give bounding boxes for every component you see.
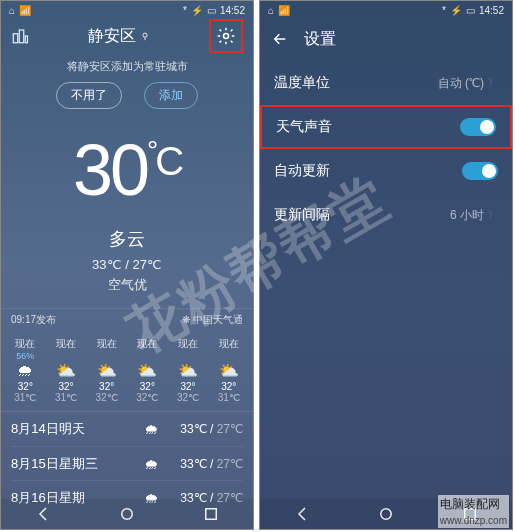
city-list-icon[interactable] (11, 27, 29, 45)
svg-point-3 (143, 33, 147, 37)
svg-rect-1 (19, 30, 24, 43)
toggle-on[interactable] (460, 118, 496, 136)
published-time: 09:17发布 (11, 313, 56, 327)
nav-bar (1, 499, 253, 529)
setting-label: 更新间隔 (274, 206, 330, 224)
svg-point-4 (224, 34, 229, 39)
setting-weather-sound-highlight[interactable]: 天气声音 (260, 105, 512, 149)
settings-screen: ⌂📶 *⚡▭14:52 设置 温度单位 自动 (℃)〉 天气声音 自动更新 更新… (259, 0, 513, 530)
hour-item: 现在⛅32°32℃ (86, 337, 127, 403)
status-bar: ⌂📶 *⚡▭14:52 (260, 1, 512, 19)
location-title[interactable]: 静安区 (88, 26, 150, 47)
temperature-block: 30 ° C 多云 33℃ / 27℃ 空气优 (1, 129, 253, 294)
setting-label: 自动更新 (274, 162, 330, 180)
setting-auto-update[interactable]: 自动更新 (260, 149, 512, 193)
add-city-buttons: 不用了 添加 (1, 82, 253, 109)
hour-item: 现在⛅32°31℃ (208, 337, 249, 403)
chevron-right-icon: 〉 (488, 208, 498, 222)
setting-label: 温度单位 (274, 74, 330, 92)
settings-title: 设置 (304, 29, 336, 50)
svg-rect-6 (206, 509, 217, 520)
svg-rect-0 (13, 34, 18, 43)
settings-topbar: 设置 (260, 19, 512, 59)
chevron-right-icon: 〉 (488, 76, 498, 90)
nav-back-icon[interactable] (34, 505, 52, 523)
svg-point-5 (122, 509, 133, 520)
footer-mark: 电脑装配网www.dnzp.com (438, 495, 509, 528)
high-low: 33℃ / 27℃ (1, 257, 253, 272)
nav-back-icon[interactable] (293, 505, 311, 523)
temperature-value: 30 (73, 129, 147, 211)
back-arrow-icon[interactable] (272, 31, 288, 47)
hour-item: 现在⛅32°32℃ (168, 337, 209, 403)
toggle-on[interactable] (462, 162, 498, 180)
setting-label: 天气声音 (276, 118, 332, 136)
location-pin-icon (140, 30, 150, 42)
top-bar: 静安区 (1, 19, 253, 53)
meta-row: 09:17发布 ❋ 中国天气通 (1, 308, 253, 331)
setting-update-interval[interactable]: 更新间隔 6 小时〉 (260, 193, 512, 237)
aqi: 空气优 (1, 276, 253, 294)
data-source: ❋ 中国天气通 (182, 313, 243, 327)
hour-item: 现在⛅32°32℃ (127, 337, 168, 403)
settings-button-highlight (209, 19, 243, 53)
hourly-forecast[interactable]: 现在56%🌧32°31℃现在⛅32°31℃现在⛅32°32℃现在⛅32°32℃现… (1, 331, 253, 412)
day-row[interactable]: 8月15日星期三🌧33℃ / 27℃ (11, 446, 243, 480)
status-bar: ⌂📶 *⚡▭14:52 (1, 1, 253, 19)
weather-screen: ⌂📶 *⚡▭14:52 静安区 将静安区添加为常驻城市 不用了 添加 30 ° … (0, 0, 254, 530)
dismiss-button[interactable]: 不用了 (56, 82, 122, 109)
condition-text: 多云 (1, 227, 253, 251)
svg-point-7 (381, 509, 392, 520)
add-button[interactable]: 添加 (144, 82, 198, 109)
setting-temperature-unit[interactable]: 温度单位 自动 (℃)〉 (260, 61, 512, 105)
svg-rect-2 (25, 36, 27, 43)
add-city-hint: 将静安区添加为常驻城市 (1, 59, 253, 74)
nav-recent-icon[interactable] (202, 505, 220, 523)
gear-icon[interactable] (216, 26, 236, 46)
nav-home-icon[interactable] (118, 505, 136, 523)
day-row[interactable]: 8月14日明天🌧33℃ / 27℃ (11, 412, 243, 446)
hour-item: 现在56%🌧32°31℃ (5, 337, 46, 403)
hour-item: 现在⛅32°31℃ (46, 337, 87, 403)
nav-home-icon[interactable] (377, 505, 395, 523)
